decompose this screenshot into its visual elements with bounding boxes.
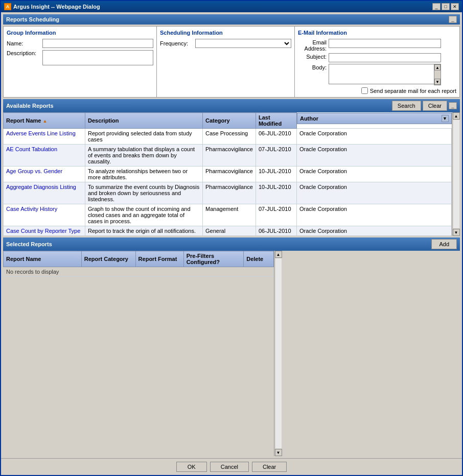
sel-scroll-down[interactable]: ▼ (275, 449, 282, 456)
selected-reports-scrollbar: ▲ ▼ (274, 251, 282, 456)
address-label: EmailAddress: (298, 39, 329, 52)
col-header-author: Author ▼ (297, 113, 452, 124)
reports-scheduling-label: Reports Scheduling (6, 16, 59, 22)
footer-clear-button[interactable]: Clear (252, 462, 287, 472)
report-desc: Graph to show the count of incoming and … (85, 204, 203, 226)
separate-mail-checkbox[interactable] (361, 87, 368, 94)
table-row: Case Activity History Graph to show the … (4, 204, 452, 226)
subject-label: Subject: (298, 53, 329, 60)
body-input[interactable] (329, 64, 441, 84)
table-row: AE Count Tabulation A summary tabulation… (4, 145, 452, 166)
available-reports-table-wrapper: Report Name ▲ Description Category (3, 112, 460, 236)
desc-row: Description: (7, 50, 153, 65)
report-name-link[interactable]: Aggregate Diagnosis Listing (6, 184, 76, 190)
avail-scroll-down[interactable]: ▼ (453, 229, 460, 236)
freq-label: Frequency: (160, 40, 195, 46)
minimize-button[interactable]: _ (432, 3, 441, 10)
window-title: Argus Insight -- Webpage Dialog (13, 4, 100, 10)
col-header-description: Description (85, 113, 203, 129)
window-content: Reports Scheduling _ Group Information N… (1, 12, 462, 458)
no-records-cell: No records to display (4, 267, 274, 277)
body-scroll-up[interactable]: ▲ (434, 64, 441, 70)
col-header-report-name: Report Name ▲ (4, 113, 85, 129)
table-row: Age Group vs. Gender To analyze relation… (4, 166, 452, 182)
cancel-button[interactable]: Cancel (210, 462, 249, 472)
add-button[interactable]: Add (431, 239, 457, 249)
separate-mail-label: Send separate mail for each report (370, 88, 456, 94)
desc-label: Description: (7, 50, 42, 56)
report-desc: To summarize the event counts by Diagnos… (85, 182, 203, 204)
available-reports-label: Available Reports (6, 103, 54, 109)
bottom-bar: OK Cancel Clear (1, 458, 462, 475)
report-desc: Report to track the origin of all notifi… (85, 226, 203, 236)
report-desc: To analyze relationships between two or … (85, 166, 203, 182)
name-row: Name: (7, 39, 153, 48)
avail-scroll-track (453, 120, 459, 228)
window-icon: A (4, 3, 11, 10)
clear-button[interactable]: Clear (423, 101, 447, 111)
name-input[interactable] (42, 39, 153, 48)
report-author: Oracle Corporation (296, 226, 451, 236)
report-desc: Report providing selected data from stud… (85, 129, 203, 145)
selected-reports-inner: Report Name Report Category Report Forma… (3, 251, 460, 456)
sel-col-pre-filters: Pre-Filters Configured? (183, 251, 244, 267)
subject-input[interactable] (329, 53, 441, 62)
report-last-modified: 10-JUL-2010 (256, 182, 296, 204)
report-last-modified: 10-JUL-2010 (256, 166, 296, 182)
avail-scroll-up[interactable]: ▲ (453, 112, 460, 120)
sel-scroll-up[interactable]: ▲ (275, 251, 282, 258)
selected-reports-header: Selected Reports Add (3, 237, 460, 251)
selected-reports-table: Report Name Report Category Report Forma… (3, 251, 274, 277)
ok-button[interactable]: OK (176, 462, 207, 472)
available-reports-table-area: Report Name ▲ Description Category (3, 112, 452, 236)
col-header-last-modified: Last Modified (256, 113, 296, 129)
group-info-panel: Group Information Name: Description: (4, 27, 157, 97)
report-name-link[interactable]: Adverse Events Line Listing (6, 130, 76, 136)
selected-reports-label: Selected Reports (6, 241, 52, 247)
report-category: Management (203, 204, 256, 226)
report-category: Pharmacovigilance (203, 182, 256, 204)
group-info-label: Group Information (7, 30, 153, 36)
close-button[interactable]: ✕ (451, 3, 459, 10)
subject-row: Subject: (298, 53, 456, 62)
available-reports-collapse-button[interactable]: _ (449, 102, 457, 109)
available-reports-scrollbar: ▲ ▼ (452, 112, 460, 236)
report-last-modified: 07-JUL-2010 (256, 204, 296, 226)
filter-icon[interactable]: ▼ (442, 115, 449, 122)
available-reports-header: Available Reports Search Clear _ (3, 99, 460, 112)
title-bar: A Argus Insight -- Webpage Dialog _ □ ✕ (1, 1, 462, 12)
body-scroll-down[interactable]: ▼ (434, 79, 441, 85)
table-row: Case Count by Reporter Type Report to tr… (4, 226, 452, 236)
title-bar-controls: _ □ ✕ (432, 3, 459, 10)
report-author: Oracle Corporation (296, 129, 451, 145)
report-name-link[interactable]: Age Group vs. Gender (6, 168, 62, 174)
report-name-link[interactable]: Case Activity History (6, 206, 57, 212)
selected-reports-section: Selected Reports Add Report Name Report … (3, 237, 460, 456)
report-author: Oracle Corporation (296, 182, 451, 204)
available-reports-toolbar: Search Clear _ (392, 101, 457, 111)
report-last-modified: 06-JUL-2010 (256, 129, 296, 145)
separate-mail-row: Send separate mail for each report (298, 87, 456, 94)
report-name-link[interactable]: Case Count by Reporter Type (6, 228, 80, 234)
report-last-modified: 07-JUL-2010 (256, 145, 296, 166)
report-name-link[interactable]: AE Count Tabulation (6, 146, 57, 152)
scheduling-label: Scheduling Information (160, 30, 291, 36)
search-button[interactable]: Search (392, 101, 421, 111)
table-row: Adverse Events Line Listing Report provi… (4, 129, 452, 145)
sel-col-report-format: Report Format (135, 251, 183, 267)
report-category: Pharmacovigilance (203, 166, 256, 182)
report-category: Pharmacovigilance (203, 145, 256, 166)
sel-col-delete: Delete (244, 251, 274, 267)
email-address-input[interactable] (329, 39, 441, 48)
sel-col-report-category: Report Category (81, 251, 135, 267)
body-label: Body: (298, 64, 329, 70)
reports-scheduling-collapse-button[interactable]: _ (449, 16, 457, 23)
report-desc: A summary tabulation that displays a cou… (85, 145, 203, 166)
freq-select[interactable]: Daily Weekly Monthly (195, 39, 291, 48)
report-category: Case Processing (203, 129, 256, 145)
maximize-button[interactable]: □ (442, 3, 450, 10)
desc-input[interactable] (42, 50, 153, 65)
col-category-label: Category (205, 117, 230, 124)
col-report-name-label: Report Name (6, 117, 43, 124)
body-row: Body: ▲ ▼ (298, 64, 456, 85)
